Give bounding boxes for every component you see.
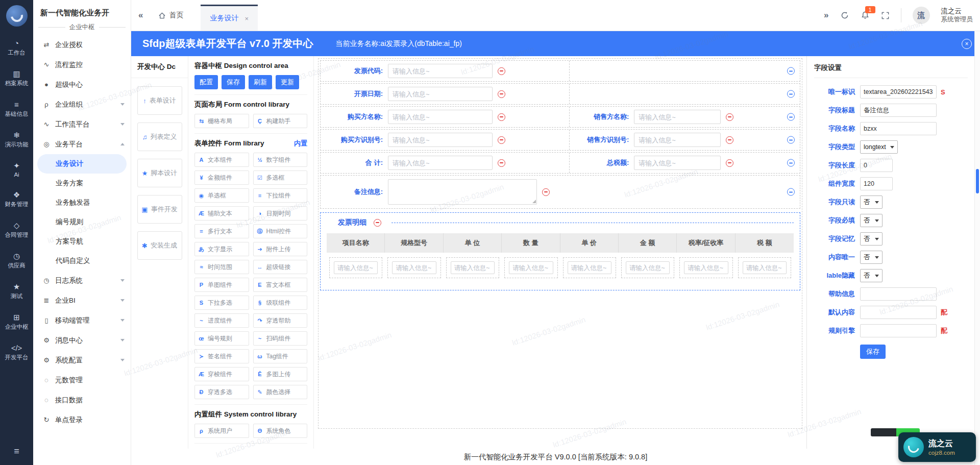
user-menu[interactable]: 流之云 系统管理员 [941,7,973,24]
tab-close-icon[interactable]: × [244,15,249,22]
sidebar-item-enterprise-bi[interactable]: ≣企业BI [33,290,131,310]
field-input[interactable] [388,87,493,101]
component-super-link[interactable]: ↔超级链接 [253,260,308,274]
component-build-assistant[interactable]: Ç构建助手 [253,114,308,128]
rail-item-testing[interactable]: ★测试 [0,283,33,300]
action-save-button[interactable]: 保存 [222,75,245,89]
component-datetime[interactable]: ◑日期时间 [253,206,308,221]
component-radio[interactable]: ◉单选框 [194,188,249,203]
remove-row-icon[interactable] [787,113,795,121]
devcenter-script-design-button[interactable]: ★脚本设计 [137,159,182,187]
sidebar-item-metadata-mgmt[interactable]: ◌元数管理 [33,370,131,390]
scrollbar-thumb[interactable] [976,169,979,193]
remove-row-icon[interactable] [787,67,795,75]
component-multiline-text[interactable]: =多行文本 [194,224,249,238]
setting-field-name-input[interactable] [860,122,937,135]
setting-component-width-input[interactable] [860,177,893,190]
field-textarea-input[interactable] [388,179,537,205]
component-drill-help[interactable]: ↷穿透帮助 [253,313,308,328]
remove-detail-icon[interactable] [374,219,381,227]
component-progress[interactable]: ~进度组件 [194,313,249,328]
field-input[interactable] [388,110,493,124]
invoice-detail-section[interactable]: 发票明细 项目名称规格型号单 位数 量单 价金 额税率/征收率税 额 [320,212,800,290]
refresh-button[interactable] [840,11,849,20]
field-input[interactable] [634,156,721,170]
field-input[interactable] [388,156,493,170]
rail-item-finance-mgmt[interactable]: ❖财务管理 [0,191,33,208]
rail-item-basic-info[interactable]: ≡基础信息 [0,101,33,118]
rail-item-demo-features[interactable]: ❄演示功能 [0,131,33,149]
remove-field-icon[interactable] [542,188,550,196]
rail-item-ai[interactable]: ✦Ai [0,162,33,178]
setting-required-select[interactable]: 否 [860,214,883,227]
component-scan-code[interactable]: ~扫码组件 [253,331,308,346]
tab-business-design[interactable]: 业务设计 × [201,5,258,31]
notifications-button[interactable]: 1 [861,11,870,20]
sidebar-subitem-code-custom[interactable]: 代码自定义 [33,251,131,271]
rail-item-dev-platform[interactable]: </>开发平台 [0,344,33,361]
component-attachment-upload[interactable]: ➔附件上传 [253,242,308,256]
sidebar-subitem-business-trigger[interactable]: 业务触发器 [33,193,131,212]
action-refresh-button[interactable]: 刷新 [249,75,272,89]
remove-row-icon[interactable] [787,159,795,167]
setting-suffix-default-content[interactable]: 配 [941,308,947,317]
devcenter-list-definition-button[interactable]: ♫列表定义 [137,123,182,151]
remove-field-icon[interactable] [498,159,505,167]
remove-row-icon[interactable] [787,90,795,98]
tabs-expand-icon[interactable]: » [824,10,828,20]
remove-field-icon[interactable] [726,159,733,167]
component-multi-checkbox[interactable]: ☑多选框 [253,170,308,185]
rail-item-archive-system[interactable]: ▥档案系统 [0,70,33,87]
tabs-collapse-icon[interactable]: « [138,10,143,20]
setting-memory-select[interactable]: 否 [860,232,883,246]
detail-cell-input[interactable] [451,261,495,274]
sidebar-item-enterprise-org[interactable]: ρ企业组织 [33,94,131,114]
detail-cell-input[interactable] [334,261,378,274]
component-tag-component[interactable]: ωTag组件 [253,349,308,363]
sidebar-item-mobile-mgmt[interactable]: ▯移动端管理 [33,310,131,330]
rail-item-workbench[interactable]: ◔工作台 [0,39,33,57]
field-input[interactable] [634,110,721,124]
fullscreen-button[interactable] [881,11,890,20]
sidebar-item-enterprise-auth[interactable]: ⇄企业授权 [33,35,131,55]
component-system-role[interactable]: Θ系统角色 [253,424,308,438]
page-scrollbar[interactable] [974,31,980,465]
devcenter-install-generate-button[interactable]: ✱安装生成 [137,231,182,260]
home-tab[interactable]: 首页 [158,11,183,20]
sidebar-item-system-config[interactable]: ⚙系统配置 [33,350,131,370]
component-rich-text[interactable]: E富文本框 [253,278,308,292]
sidebar-item-sso[interactable]: ↻单点登录 [33,410,131,430]
sidebar-subitem-business-design[interactable]: 业务设计 [37,154,127,174]
sidebar-item-super-center[interactable]: ●超级中心 [33,75,131,94]
setting-content-unique-select[interactable]: 否 [860,251,883,264]
field-input[interactable] [634,133,721,147]
component-transfer[interactable]: Æ穿梭组件 [194,367,249,381]
component-dropdown-multi[interactable]: S下拉多选 [194,296,249,310]
remove-field-icon[interactable] [498,136,505,144]
component-text-display[interactable]: あ文字显示 [194,242,249,256]
sidebar-item-log-system[interactable]: ◷日志系统 [33,271,131,290]
component-number-component[interactable]: ½数字组件 [253,153,308,167]
user-avatar[interactable]: 流 [913,7,930,24]
component-multi-image[interactable]: Ê多图上传 [253,367,308,381]
setting-field-title-input[interactable] [860,104,937,117]
setting-rule-engine-input[interactable] [860,324,937,337]
detail-cell-input[interactable] [626,261,670,274]
rail-item-contract-mgmt[interactable]: ◇合同管理 [0,222,33,239]
remove-field-icon[interactable] [498,67,505,75]
sidebar-item-message-center[interactable]: ⚙消息中心 [33,330,131,350]
detail-cell-input[interactable] [392,261,436,274]
remove-field-icon[interactable] [498,113,505,121]
detail-cell-input[interactable] [568,261,611,274]
detail-cell-input[interactable] [509,261,553,274]
component-text-component[interactable]: A文本组件 [194,153,249,167]
component-numbering-rule[interactable]: œ编号规则 [194,331,249,346]
sidebar-item-workflow-platform[interactable]: ∿工作流平台 [33,114,131,134]
app-logo[interactable] [6,5,28,27]
settings-save-button[interactable]: 保存 [860,345,886,359]
setting-field-type-select[interactable]: longtext [860,140,898,154]
setting-readonly-select[interactable]: 否 [860,195,883,209]
setting-unique-id-input[interactable] [860,85,937,99]
setting-label-hidden-select[interactable]: 否 [860,269,883,282]
component-color-picker[interactable]: ✎颜色选择 [253,385,308,399]
